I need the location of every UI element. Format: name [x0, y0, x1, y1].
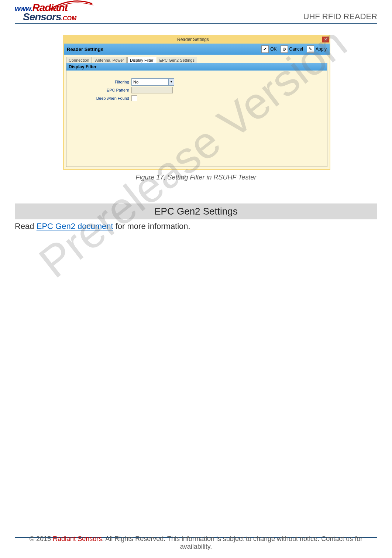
apply-icon: ✎: [307, 45, 314, 53]
tab-antenna-power[interactable]: Antenna, Power: [93, 57, 127, 63]
logo-sensors: Sensors: [23, 11, 61, 23]
filtering-label: Filtering: [66, 80, 131, 84]
beep-label: Beep when Found: [66, 96, 131, 100]
group-title: Display Filter: [66, 63, 327, 71]
header-title: UHF RFID READER: [303, 12, 377, 21]
check-icon: ✔: [261, 45, 269, 53]
tab-epc-gen2[interactable]: EPC Gen2 Settings: [157, 57, 197, 63]
ok-button[interactable]: ✔ OK: [261, 45, 276, 53]
cancel-button[interactable]: ⊘ Cancel: [281, 45, 303, 53]
cancel-label: Cancel: [289, 47, 303, 52]
cancel-icon: ⊘: [281, 45, 288, 53]
toolbar: Reader Settings ✔ OK ⊘ Cancel ✎ Apply: [64, 44, 330, 55]
beep-checkbox[interactable]: [131, 95, 137, 101]
close-icon[interactable]: ✕: [322, 37, 329, 42]
tab-strip: Connection Antenna, Power Display Filter…: [66, 57, 327, 63]
section-heading: EPC Gen2 Settings: [15, 203, 377, 219]
filtering-select[interactable]: No ▾: [131, 78, 174, 86]
footer-suffix: . All Rights Reserved. This information …: [102, 535, 362, 550]
tab-panel: Display Filter Filtering No ▾ EPC Patter…: [66, 63, 327, 167]
chevron-down-icon: ▾: [168, 79, 174, 85]
toolbar-title: Reader Settings: [67, 47, 258, 52]
filtering-value: No: [133, 80, 138, 84]
epc-gen2-document-link[interactable]: EPC Gen2 document: [37, 222, 113, 231]
logo: www.Radiant Sensors.COM: [15, 3, 76, 21]
window-titlebar: Reader Settings ✕: [64, 35, 330, 44]
figure-caption: Figure 17, Setting Filter in RSUHF Teste…: [63, 174, 329, 181]
logo-arc-icon: [50, 0, 94, 11]
apply-button[interactable]: ✎ Apply: [307, 45, 327, 53]
footer-brand: Radiant Sensors: [53, 535, 102, 542]
figure-screenshot: Reader Settings ✕ Reader Settings ✔ OK ⊘…: [63, 35, 329, 181]
window-title: Reader Settings: [64, 37, 322, 42]
ok-label: OK: [270, 47, 276, 52]
page-header: www.Radiant Sensors.COM UHF RFID READER: [15, 3, 377, 24]
tab-connection[interactable]: Connection: [66, 57, 92, 63]
epc-pattern-label: EPC Pattern: [66, 88, 131, 92]
footer-prefix: © 2015: [30, 535, 53, 542]
body-prefix: Read: [15, 222, 37, 231]
body-paragraph: Read EPC Gen2 document for more informat…: [15, 222, 377, 231]
body-suffix: for more information.: [113, 222, 190, 231]
apply-label: Apply: [316, 47, 327, 52]
logo-com: .COM: [61, 15, 77, 21]
tab-display-filter[interactable]: Display Filter: [127, 57, 156, 63]
footer: © 2015 Radiant Sensors. All Rights Reser…: [15, 535, 377, 551]
epc-pattern-input[interactable]: [131, 87, 173, 93]
